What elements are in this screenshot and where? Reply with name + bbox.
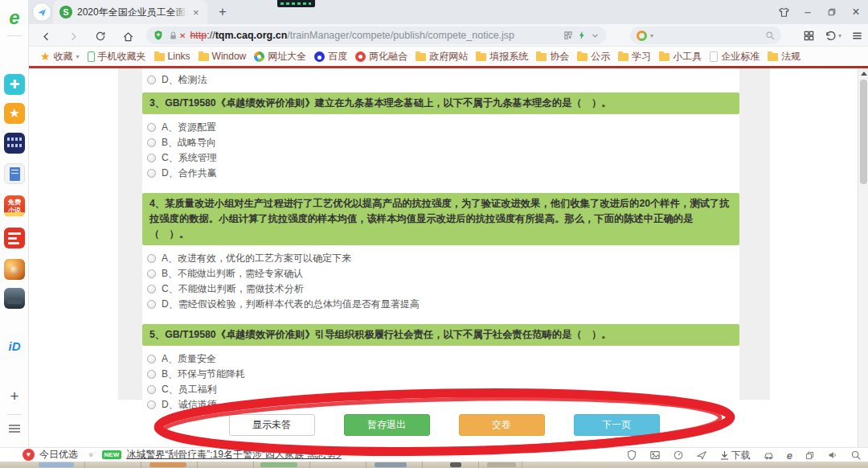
taskbar-app-sliver[interactable]	[149, 462, 186, 467]
bookmark-regulations[interactable]: 法规	[768, 50, 800, 64]
search-engine-logo-icon[interactable]	[637, 31, 647, 41]
url-bar[interactable]: ✕ http://tqm.caq.org.cn/trainManager/com…	[146, 27, 606, 44]
option-row[interactable]: D、诚信道德	[142, 397, 739, 413]
bookmark-window[interactable]: Window	[199, 51, 247, 62]
bookmark-site-directory[interactable]: 网址大全	[254, 50, 306, 64]
security-shield-icon[interactable]	[626, 450, 637, 461]
minimize-button[interactable]	[796, 0, 820, 24]
radio-button[interactable]	[147, 300, 156, 309]
zoom-search-icon[interactable]	[850, 450, 862, 461]
sidebar-list-button[interactable]	[9, 425, 20, 433]
bookmark-study[interactable]: 学习	[618, 50, 651, 64]
radio-button[interactable]	[147, 355, 156, 363]
browser-tab[interactable]: S 2020年全国企业员工全面质量管 ×	[53, 0, 207, 24]
search-icon[interactable]	[765, 31, 775, 40]
bookmark-tools[interactable]: 小工具	[659, 50, 702, 64]
radio-button[interactable]	[147, 138, 156, 147]
radio-button[interactable]	[147, 400, 156, 409]
taskbar-app-sliver[interactable]	[450, 462, 461, 467]
window-restore-icon[interactable]	[805, 450, 815, 461]
bookmark-association[interactable]: 协会	[536, 50, 569, 64]
bookmark-lianghua[interactable]: 两化融合	[355, 50, 407, 64]
speed-gauge-icon[interactable]	[673, 450, 684, 461]
option-row[interactable]: B、战略导向	[142, 135, 739, 150]
option-row[interactable]: D、检测法	[142, 72, 739, 88]
bookmark-filing-system[interactable]: 填报系统	[476, 50, 528, 64]
radio-button[interactable]	[147, 169, 156, 178]
option-row[interactable]: B、不能做出判断，需经专家确认	[142, 266, 739, 281]
recover-tabs-button[interactable]: ▾	[825, 30, 841, 42]
close-button[interactable]: ×	[844, 0, 868, 24]
back-button[interactable]	[37, 27, 55, 45]
option-row[interactable]: C、员工福利	[142, 382, 739, 397]
sidebar-add-button[interactable]: +	[0, 388, 29, 405]
restore-button[interactable]	[820, 0, 844, 24]
collapse-chevrons-icon[interactable]: »	[87, 453, 96, 458]
option-row[interactable]: A、质量安全	[142, 351, 739, 367]
download-button[interactable]: 下载	[719, 449, 751, 462]
windows-taskbar-sliver[interactable]	[0, 462, 868, 468]
home-button[interactable]	[119, 27, 137, 45]
page-scrollbar[interactable]	[858, 68, 868, 447]
menu-icon[interactable]	[851, 30, 863, 42]
bookmark-baidu[interactable]: 百度	[314, 50, 347, 64]
apps-grid-icon[interactable]	[803, 30, 815, 42]
radio-button[interactable]	[147, 370, 156, 379]
heart-icon[interactable]: ♥	[23, 449, 35, 461]
speed-lightning-icon[interactable]	[577, 31, 587, 40]
option-row[interactable]: A、改进有效，优化的工艺方案可以确定下来	[142, 251, 739, 266]
online-school-app-icon[interactable]	[4, 133, 25, 154]
next-page-button[interactable]: 下一页	[574, 414, 660, 436]
search-engine-caret-icon[interactable]: ▾	[650, 32, 653, 39]
option-row[interactable]: A、资源配置	[142, 120, 739, 135]
tab-close-icon[interactable]: ×	[193, 6, 199, 18]
radio-button[interactable]	[147, 123, 156, 132]
radio-button[interactable]	[147, 154, 156, 162]
refresh-button[interactable]	[92, 27, 109, 45]
bookmark-links[interactable]: Links	[154, 51, 190, 62]
boost-rocket-icon[interactable]	[696, 450, 707, 461]
sound-speaker-icon[interactable]	[827, 450, 838, 461]
scrollbar-thumb[interactable]	[860, 80, 867, 184]
radio-button[interactable]	[147, 254, 156, 263]
qr-code-icon[interactable]	[563, 31, 573, 40]
show-unanswered-button[interactable]: 显示未答	[229, 414, 315, 436]
news-ticker-link[interactable]: 冰城警界“刮骨疗毒”:19名干警涉“四大家族”黑恶势力案	[126, 448, 342, 462]
forward-button[interactable]	[64, 27, 82, 45]
radio-button[interactable]	[147, 285, 156, 294]
bookmark-gov-sites[interactable]: 政府网站	[416, 50, 468, 64]
option-row[interactable]: D、合作共赢	[142, 166, 739, 181]
option-row[interactable]: B、环保与节能降耗	[142, 367, 739, 382]
id-app-logo[interactable]: iD	[0, 339, 29, 353]
today-picks-label[interactable]: 今日优选	[39, 448, 78, 462]
option-row[interactable]: C、不能做出判断，需做技术分析	[142, 281, 739, 297]
radio-button[interactable]	[147, 76, 156, 84]
taskbar-app-sliver[interactable]	[375, 462, 407, 467]
chevron-down-icon[interactable]	[591, 31, 600, 40]
option-row[interactable]: D、需经假设检验，判断样本代表的总体均值是否有显著提高	[142, 297, 739, 312]
taskbar-app-sliver[interactable]	[487, 462, 516, 467]
free-novel-app-icon[interactable]: 免费小说	[4, 195, 25, 216]
radio-button[interactable]	[147, 269, 156, 278]
radio-button[interactable]	[147, 385, 156, 394]
game-center-app-icon[interactable]: ✚	[4, 74, 25, 95]
skin-theme-icon[interactable]	[772, 0, 796, 24]
taskbar-app-sliver[interactable]	[260, 462, 297, 467]
bookmark-publicity[interactable]: 公示	[577, 50, 610, 64]
game-ad-icon-1[interactable]	[4, 259, 25, 280]
option-row[interactable]: C、系统管理	[142, 150, 739, 166]
search-box[interactable]: ▾	[630, 27, 781, 44]
game-car-icon[interactable]	[763, 450, 775, 461]
new-tab-button[interactable]: +	[214, 3, 231, 21]
bookmark-favorites[interactable]: ★收藏▾	[40, 50, 80, 64]
url-text[interactable]: http://tqm.caq.org.cn/trainManager/compe…	[190, 30, 559, 41]
taskbar-app-sliver[interactable]	[39, 462, 74, 467]
quick-launch-button[interactable]	[32, 2, 51, 22]
bookmark-enterprise-standard[interactable]: 企业标准	[710, 50, 760, 64]
notes-app-icon[interactable]	[4, 163, 25, 184]
save-and-exit-button[interactable]: 暂存退出	[344, 414, 430, 436]
red-app-icon[interactable]	[4, 228, 25, 248]
browser-e-icon[interactable]: e	[787, 450, 792, 462]
bookmark-mobile-favorites[interactable]: 手机收藏夹	[88, 50, 146, 64]
scroll-up-arrow-icon[interactable]	[861, 72, 867, 76]
